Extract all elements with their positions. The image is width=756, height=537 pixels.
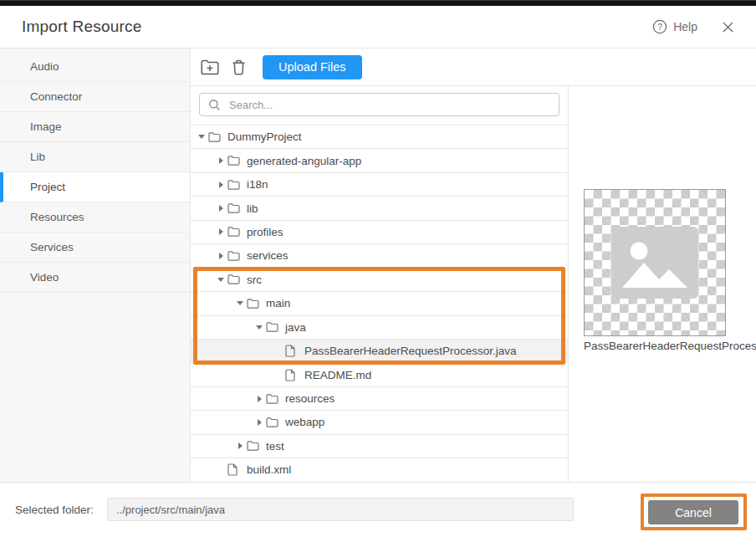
tree-node-label: webapp xyxy=(285,416,324,428)
tree-node-label: java xyxy=(285,321,306,334)
help-button[interactable]: ? Help xyxy=(652,19,697,34)
file-tree: DummyProjectgenerated-angular-appi18nlib… xyxy=(191,125,568,482)
tree-node-label: PassBearerHeaderRequestProcessor.java xyxy=(304,345,517,357)
collapse-arrow-icon[interactable] xyxy=(214,278,227,282)
expand-arrow-icon[interactable] xyxy=(214,253,227,259)
tree-node-label: DummyProject xyxy=(227,130,302,143)
folder-plus-icon xyxy=(201,59,219,75)
sidebar-item-resources[interactable]: Resources xyxy=(0,202,190,233)
tree-row-passbearerheaderrequestprocessor-java[interactable]: PassBearerHeaderRequestProcessor.java xyxy=(191,340,568,363)
main-content: Upload Files DummyProjectgenerat xyxy=(191,49,756,482)
tree-row-generated-angular-app[interactable]: generated-angular-app xyxy=(191,149,568,172)
tree-row-services[interactable]: services xyxy=(191,244,568,268)
expand-arrow-icon[interactable] xyxy=(253,396,266,402)
expand-arrow-icon[interactable] xyxy=(214,228,227,235)
collapse-arrow-icon[interactable] xyxy=(253,325,266,330)
svg-text:?: ? xyxy=(657,23,662,32)
file-icon xyxy=(285,345,298,357)
background-window-strip xyxy=(0,0,756,6)
expand-arrow-icon[interactable] xyxy=(214,182,227,188)
help-icon: ? xyxy=(652,19,667,34)
preview-image xyxy=(584,189,726,336)
expand-arrow-icon[interactable] xyxy=(214,205,227,212)
tree-row-readme-md[interactable]: README.md xyxy=(191,363,568,386)
category-sidebar: AudioConnectorImageLibProjectResourcesSe… xyxy=(0,49,191,482)
collapse-arrow-icon[interactable] xyxy=(195,135,208,139)
upload-files-button[interactable]: Upload Files xyxy=(263,55,362,79)
import-resource-dialog: Import Resource ? Help AudioConnectorIma… xyxy=(0,6,756,537)
folder-icon xyxy=(266,417,278,427)
tree-node-label: build.xml xyxy=(247,463,291,476)
preview-pane: PassBearerHeaderRequestProcessor.java xyxy=(569,86,756,482)
help-label: Help xyxy=(673,20,697,33)
tree-node-label: src xyxy=(247,274,262,286)
sidebar-item-label: Lib xyxy=(30,151,45,163)
folder-icon xyxy=(227,156,240,166)
new-folder-button[interactable] xyxy=(199,56,221,78)
tree-row-webapp[interactable]: webapp xyxy=(191,411,568,434)
selected-folder-input[interactable] xyxy=(107,498,574,521)
search-box xyxy=(199,93,559,116)
sidebar-item-label: Connector xyxy=(30,90,82,103)
image-placeholder-icon xyxy=(611,227,698,299)
dialog-title: Import Resource xyxy=(22,18,652,36)
tree-row-java[interactable]: java xyxy=(191,316,568,340)
collapse-arrow-icon[interactable] xyxy=(233,301,247,305)
tree-node-label: test xyxy=(266,440,284,453)
tree-row-resources[interactable]: resources xyxy=(191,387,568,411)
tree-row-test[interactable]: test xyxy=(191,435,568,458)
sidebar-item-video[interactable]: Video xyxy=(0,263,190,293)
toolbar: Upload Files xyxy=(191,49,756,86)
tree-row-i18n[interactable]: i18n xyxy=(191,173,568,197)
tree-node-label: README.md xyxy=(304,369,371,381)
folder-icon xyxy=(227,180,240,190)
tree-node-label: lib xyxy=(247,202,258,215)
search-input[interactable] xyxy=(227,98,550,112)
dialog-header: Import Resource ? Help xyxy=(0,6,756,49)
sidebar-item-label: Services xyxy=(30,241,74,253)
cancel-button[interactable]: Cancel xyxy=(648,500,738,524)
tree-node-label: i18n xyxy=(247,178,268,191)
sidebar-item-connector[interactable]: Connector xyxy=(0,82,190,112)
expand-arrow-icon[interactable] xyxy=(214,157,227,164)
sidebar-item-label: Resources xyxy=(30,211,84,223)
screenshot-root: Import Resource ? Help AudioConnectorIma… xyxy=(0,0,756,537)
folder-icon xyxy=(247,299,259,309)
sidebar-item-label: Project xyxy=(30,181,65,193)
sidebar-item-image[interactable]: Image xyxy=(0,112,190,142)
tree-row-main[interactable]: main xyxy=(191,292,568,315)
expand-arrow-icon[interactable] xyxy=(253,419,266,426)
close-button[interactable] xyxy=(719,18,736,35)
sidebar-item-services[interactable]: Services xyxy=(0,233,190,263)
folder-icon xyxy=(266,322,278,332)
folder-icon xyxy=(227,251,240,261)
file-icon xyxy=(285,369,298,381)
tree-node-label: resources xyxy=(285,392,335,405)
dialog-body: AudioConnectorImageLibProjectResourcesSe… xyxy=(0,49,756,482)
tree-node-label: generated-angular-app xyxy=(247,155,361,167)
trash-icon xyxy=(232,59,246,75)
selected-folder-label: Selected folder: xyxy=(15,504,94,516)
close-icon xyxy=(722,21,734,33)
content-row: DummyProjectgenerated-angular-appi18nlib… xyxy=(191,86,756,482)
sidebar-item-project[interactable]: Project xyxy=(0,172,190,202)
folder-icon xyxy=(227,203,240,213)
sidebar-item-label: Audio xyxy=(30,60,59,73)
dialog-footer: Selected folder: Cancel xyxy=(0,482,756,537)
expand-arrow-icon[interactable] xyxy=(233,442,247,449)
delete-button[interactable] xyxy=(227,56,249,78)
search-icon xyxy=(208,99,221,111)
tree-node-label: profiles xyxy=(247,226,284,238)
tree-row-lib[interactable]: lib xyxy=(191,197,568,220)
sidebar-item-lib[interactable]: Lib xyxy=(0,142,190,172)
tree-row-profiles[interactable]: profiles xyxy=(191,221,568,244)
sidebar-item-audio[interactable]: Audio xyxy=(0,52,190,82)
tree-node-label: main xyxy=(266,297,290,309)
tree-row-src[interactable]: src xyxy=(191,268,568,292)
tree-row-build-xml[interactable]: build.xml xyxy=(191,458,568,482)
tree-row-dummyproject[interactable]: DummyProject xyxy=(191,125,568,149)
folder-icon xyxy=(266,394,278,404)
folder-icon xyxy=(227,227,240,237)
folder-icon xyxy=(247,441,259,451)
search-wrapper xyxy=(191,86,568,125)
